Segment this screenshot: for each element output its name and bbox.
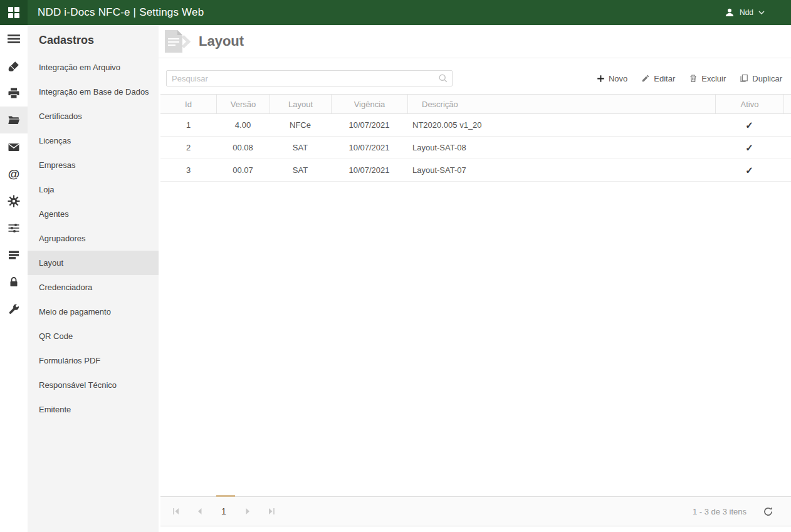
column-header-layout[interactable]: Layout — [270, 95, 331, 113]
check-icon: ✓ — [745, 165, 753, 176]
column-header-vigencia[interactable]: Vigência — [331, 95, 407, 113]
brush-icon — [8, 60, 20, 73]
copy-icon — [740, 74, 748, 83]
sidebar-item-empresas[interactable]: Empresas — [28, 153, 159, 177]
topbar: NDD i-Docs NFC-e | Settings Web Ndd — [0, 0, 791, 25]
column-header-id[interactable]: Id — [160, 95, 216, 113]
duplicar-label: Duplicar — [752, 74, 782, 83]
app-window: NDD i-Docs NFC-e | Settings Web Ndd @ — [0, 0, 791, 532]
cell-ativo: ✓ — [715, 137, 783, 159]
column-header-descricao[interactable]: Descrição — [407, 95, 715, 113]
rail-item-at[interactable]: @ — [0, 160, 28, 187]
cell-layout: NFCe — [270, 114, 331, 136]
mail-icon — [8, 141, 20, 154]
cell-id: 2 — [160, 137, 216, 159]
layout-grid: Id Versão Layout Vigência Descrição Ativ… — [160, 94, 791, 182]
sidebar-item-responsavel-tecnico[interactable]: Responsável Técnico — [28, 373, 159, 397]
pager: 1 1 - 3 de 3 itens — [160, 496, 791, 526]
sidebar-item-certificados[interactable]: Certificados — [28, 104, 159, 128]
cell-versao: 00.07 — [216, 159, 270, 181]
cell-spacer — [783, 114, 791, 136]
printer-icon — [8, 87, 20, 100]
excluir-label: Excluir — [701, 74, 726, 83]
search-box — [166, 70, 453, 86]
sidebar-item-integracao-em-base-de-dados[interactable]: Integração em Base de Dados — [28, 80, 159, 104]
search-input[interactable] — [166, 70, 453, 86]
rail-item-settings[interactable] — [0, 187, 28, 214]
cell-ativo: ✓ — [715, 114, 783, 136]
cell-ativo: ✓ — [715, 159, 783, 181]
rail-item-security[interactable] — [0, 268, 28, 295]
previous-page-button[interactable] — [192, 504, 207, 519]
check-icon: ✓ — [745, 120, 753, 131]
excluir-button[interactable]: Excluir — [689, 74, 726, 83]
first-page-button[interactable] — [169, 504, 184, 519]
sidebar-item-credenciadora[interactable]: Credenciadora — [28, 275, 159, 300]
sidebar-item-emitente[interactable]: Emitente — [28, 397, 159, 422]
cell-id: 3 — [160, 159, 216, 181]
editar-button[interactable]: Editar — [641, 74, 675, 83]
table-row[interactable]: 2 00.08 SAT 10/07/2021 Layout-SAT-08 ✓ — [160, 137, 791, 159]
last-page-icon — [266, 506, 276, 516]
rail-item-cadastros[interactable] — [0, 107, 28, 133]
folder-open-icon — [8, 114, 20, 127]
rail-item-tools[interactable] — [0, 295, 28, 322]
toolbar: Novo Editar Excluir Duplicar — [166, 70, 782, 86]
app-title: NDD i-Docs NFC-e | Settings Web — [38, 6, 204, 19]
rail-item-lists[interactable] — [0, 241, 28, 268]
list-rows-icon — [8, 249, 20, 261]
rail-item-mail[interactable] — [0, 133, 28, 160]
gear-icon — [8, 195, 20, 207]
at-sign-icon: @ — [8, 168, 20, 180]
pager-right: 1 - 3 de 3 itens — [693, 506, 791, 517]
next-page-button[interactable] — [240, 504, 255, 519]
chevron-down-icon — [758, 11, 765, 14]
grid-header-row: Id Versão Layout Vigência Descrição Ativ… — [160, 94, 791, 114]
main-content: Layout Novo Editar Excluir — [159, 25, 791, 532]
duplicar-button[interactable]: Duplicar — [740, 74, 782, 83]
rail-item-sliders[interactable] — [0, 214, 28, 241]
cell-spacer — [783, 137, 791, 159]
apps-menu-button[interactable] — [0, 0, 28, 25]
sidebar-item-licencas[interactable]: Licenças — [28, 128, 159, 153]
cell-layout: SAT — [270, 159, 331, 181]
refresh-button[interactable] — [763, 506, 773, 517]
cell-descricao: Layout-SAT-07 — [407, 159, 715, 181]
hamburger-menu-button[interactable] — [0, 25, 28, 53]
cell-versao: 4.00 — [216, 114, 270, 136]
user-menu[interactable]: Ndd — [725, 8, 765, 18]
cell-layout: SAT — [270, 137, 331, 159]
trash-icon — [689, 74, 698, 83]
edit-icon — [641, 74, 650, 83]
last-page-button[interactable] — [264, 504, 279, 519]
cell-descricao: NT2020.005 v1_20 — [407, 114, 715, 136]
cell-descricao: Layout-SAT-08 — [407, 137, 715, 159]
rail-item-printer[interactable] — [0, 80, 28, 107]
next-page-icon — [243, 506, 253, 516]
sidebar-item-formularios-pdf[interactable]: Formulários PDF — [28, 348, 159, 373]
column-header-ativo[interactable]: Ativo — [715, 95, 783, 113]
sidebar-item-agentes[interactable]: Agentes — [28, 202, 159, 226]
page-header: Layout — [159, 25, 791, 58]
rail-item-brush[interactable] — [0, 53, 28, 80]
sidebar-item-qr-code[interactable]: QR Code — [28, 324, 159, 348]
grid-actions: Novo Editar Excluir Duplicar — [597, 74, 782, 83]
sidebar-item-layout[interactable]: Layout — [28, 251, 159, 275]
check-icon: ✓ — [745, 142, 753, 154]
wrench-icon — [8, 303, 20, 315]
novo-button[interactable]: Novo — [597, 74, 627, 83]
sidebar-title: Cadastros — [28, 25, 159, 55]
cell-spacer — [783, 159, 791, 181]
sidebar-item-integracao-em-arquivo[interactable]: Integração em Arquivo — [28, 55, 159, 80]
sidebar-item-agrupadores[interactable]: Agrupadores — [28, 226, 159, 251]
column-header-versao[interactable]: Versão — [216, 95, 270, 113]
sidebar-item-loja[interactable]: Loja — [28, 177, 159, 202]
novo-label: Novo — [609, 74, 627, 83]
sidebar-item-meio-de-pagamento[interactable]: Meio de pagamento — [28, 300, 159, 324]
table-row[interactable]: 3 00.07 SAT 10/07/2021 Layout-SAT-07 ✓ — [160, 159, 791, 182]
lock-icon — [8, 276, 20, 288]
sliders-icon — [8, 222, 20, 234]
page-number[interactable]: 1 — [216, 504, 231, 519]
table-row[interactable]: 1 4.00 NFCe 10/07/2021 NT2020.005 v1_20 … — [160, 114, 791, 137]
plus-icon — [597, 75, 605, 83]
